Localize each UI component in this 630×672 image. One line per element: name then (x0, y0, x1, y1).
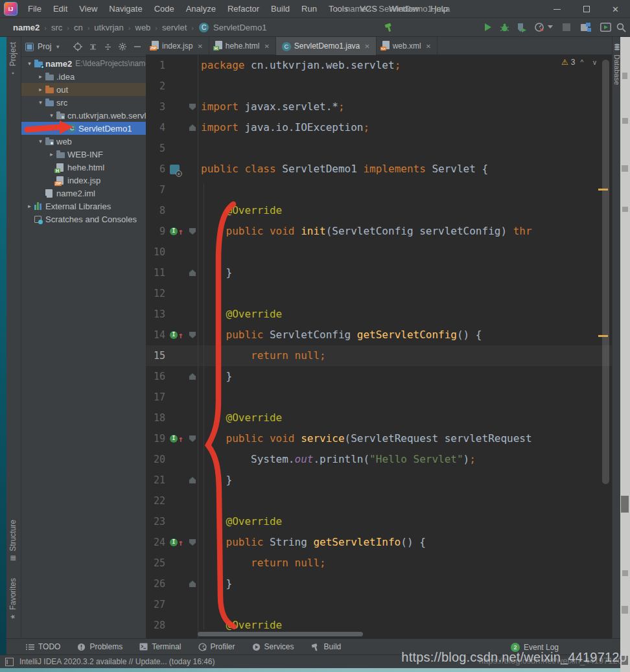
fold-marker-icon[interactable] (189, 228, 196, 235)
code-line-4[interactable]: 4import java.io.IOException; (146, 117, 612, 138)
tool-stripe-database[interactable]: Database (612, 42, 621, 85)
code-line-14[interactable]: 14I↑ public ServletConfig getServletConf… (146, 325, 612, 345)
breadcrumb-name2[interactable]: name2 (12, 23, 41, 32)
fold-column[interactable] (187, 470, 198, 491)
chevron-closed-icon[interactable]: ▸ (47, 151, 56, 157)
code-line-23[interactable]: 23 @Override (146, 511, 612, 532)
code-line-5[interactable]: 5 (146, 138, 612, 159)
chevron-open-icon[interactable]: ▾ (25, 60, 34, 67)
chevron-closed-icon[interactable]: ▸ (36, 73, 45, 80)
code-line-19[interactable]: 19I↑ public void service(ServletRequest … (146, 428, 612, 449)
toolwindow-button-todo[interactable]: TODO (26, 642, 60, 651)
warning-stripe-mark[interactable] (598, 335, 608, 337)
fold-marker-icon[interactable] (189, 270, 196, 276)
tab-close-icon[interactable]: ✕ (264, 43, 269, 50)
code-line-2[interactable]: 2 (146, 76, 612, 97)
profiler-icon[interactable] (531, 20, 547, 34)
minimize-button[interactable] (542, 0, 572, 18)
tool-stripe-structure[interactable]: ▦Structure (8, 520, 18, 562)
fold-column[interactable] (187, 325, 198, 345)
fold-column[interactable] (187, 262, 198, 283)
menu-refactor[interactable]: Refactor (222, 0, 265, 18)
fold-marker-icon[interactable] (189, 581, 196, 587)
tab-close-icon[interactable]: ✕ (364, 43, 369, 50)
override-gutter-icon[interactable]: I↑ (168, 428, 187, 449)
search-icon[interactable] (613, 20, 629, 34)
fold-marker-icon[interactable] (189, 332, 196, 338)
code-line-26[interactable]: 26 } (146, 574, 612, 594)
fold-column[interactable] (187, 532, 198, 553)
code-line-17[interactable]: 17 (146, 387, 612, 408)
code-line-13[interactable]: 13 @Override (146, 304, 612, 325)
tree-item-web[interactable]: ▾web (21, 135, 146, 148)
tree-item-web-inf[interactable]: ▸WEB-INF (21, 148, 146, 161)
fold-column[interactable] (187, 97, 198, 117)
project-panel-title[interactable]: Proj (38, 42, 51, 51)
breadcrumb-cn[interactable]: cn (73, 23, 84, 32)
tree-item-name2-iml[interactable]: name2.iml (21, 187, 146, 200)
override-gutter-icon[interactable]: I↑ (168, 221, 187, 242)
tree-item-index-jsp[interactable]: JSPindex.jsp (21, 174, 146, 187)
tree-item-idea[interactable]: ▸.idea (21, 70, 146, 83)
code-line-1[interactable]: 1package cn.utkvrjan.web.servlet; (146, 55, 612, 76)
tab-web-xml[interactable]: <>web.xml✕ (377, 37, 438, 55)
code-line-10[interactable]: 10 (146, 242, 612, 262)
breadcrumb-src[interactable]: src (50, 23, 64, 32)
fold-column[interactable] (187, 428, 198, 449)
menu-file[interactable]: File (22, 0, 47, 18)
tree-item-servletdemo1[interactable]: CServletDemo1 (21, 122, 146, 135)
code-line-27[interactable]: 27 (146, 594, 612, 615)
fold-marker-icon[interactable] (189, 539, 196, 546)
menu-navigate[interactable]: Navigate (103, 0, 148, 18)
tree-item-external-libraries[interactable]: ▸External Libraries (21, 200, 146, 213)
tool-stripe-project[interactable]: ▪Project (8, 42, 18, 76)
menu-build[interactable]: Build (265, 0, 296, 18)
restore-toolwindows-icon[interactable] (5, 658, 14, 666)
fold-marker-icon[interactable] (189, 477, 196, 483)
menu-analyze[interactable]: Analyze (180, 0, 222, 18)
tab-index-jsp[interactable]: JSPindex.jsp✕ (146, 37, 209, 55)
debug-icon[interactable] (496, 20, 512, 34)
breadcrumb-servlet[interactable]: servlet (161, 23, 188, 32)
toolwindow-button-services[interactable]: Services (252, 642, 294, 651)
code-line-11[interactable]: 11 } (146, 262, 612, 283)
code-line-16[interactable]: 16 } (146, 366, 612, 387)
code-line-15[interactable]: 15 return null; (146, 345, 612, 366)
toolwindow-button-terminal[interactable]: Terminal (139, 642, 181, 651)
code-line-12[interactable]: 12 (146, 283, 612, 304)
fold-marker-icon[interactable] (189, 435, 196, 442)
fold-column[interactable] (187, 574, 198, 594)
code-line-8[interactable]: 8 @Override (146, 200, 612, 221)
tree-item-name2[interactable]: ▾name2E:\IdeaProjects\name2 (21, 57, 146, 70)
override-gutter-icon[interactable]: I↑ (168, 325, 187, 345)
breadcrumb-utkvrjan[interactable]: utkvrjan (93, 23, 125, 32)
override-gutter-icon[interactable]: I↑ (168, 532, 187, 553)
toolwindows-icon[interactable] (578, 20, 594, 34)
fold-column[interactable] (187, 221, 198, 242)
run-icon[interactable] (480, 20, 495, 34)
chevron-open-icon[interactable]: ▾ (36, 99, 45, 106)
toolwindow-button-build[interactable]: Build (311, 642, 342, 651)
maximize-button[interactable] (572, 0, 601, 18)
menu-run[interactable]: Run (296, 0, 323, 18)
chevron-open-icon[interactable]: ▾ (36, 138, 45, 145)
tree-item-scratches-and-consoles[interactable]: Scratches and Consoles (21, 213, 146, 226)
code-line-3[interactable]: 3import javax.servlet.*; (146, 97, 612, 117)
horizontal-scrollbar[interactable] (198, 632, 363, 636)
coverage-icon[interactable] (513, 20, 529, 34)
tab-servletdemo1-java[interactable]: CServletDemo1.java✕ (276, 37, 377, 55)
code-line-6[interactable]: 6▸public class ServletDemo1 implements S… (146, 159, 612, 180)
chevron-closed-icon[interactable]: ▸ (36, 86, 45, 93)
menu-edit[interactable]: Edit (47, 0, 73, 18)
code-line-21[interactable]: 21 } (146, 470, 612, 491)
warning-stripe-mark[interactable] (598, 189, 608, 191)
menu-code[interactable]: Code (148, 0, 180, 18)
code-line-9[interactable]: 9I↑ public void init(ServletConfig servl… (146, 221, 612, 242)
run-anything-icon[interactable] (598, 20, 613, 34)
gear-icon[interactable] (118, 42, 127, 51)
toolwindow-button-problems[interactable]: Problems (77, 642, 122, 651)
code-line-20[interactable]: 20 System.out.println("Hello Servlet"); (146, 449, 612, 470)
tab-close-icon[interactable]: ✕ (197, 43, 202, 50)
code-line-22[interactable]: 22 (146, 491, 612, 511)
fold-marker-icon[interactable] (189, 124, 196, 131)
